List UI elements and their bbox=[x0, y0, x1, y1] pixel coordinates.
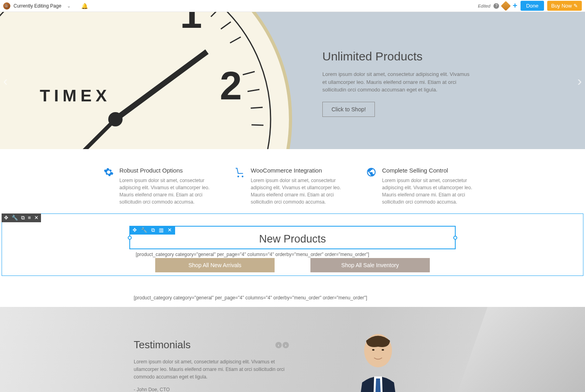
svg-point-23 bbox=[372, 349, 374, 351]
shop-buttons-row: Shop All New Arrivals Shop All Sale Inve… bbox=[2, 258, 583, 276]
new-products-heading: New Products bbox=[130, 227, 455, 248]
edit-icon: ✎ bbox=[573, 3, 578, 9]
move-icon[interactable]: ✥ bbox=[133, 227, 137, 233]
module-toolbar: ✥ 🔧 ⧉ ▥ ✕ bbox=[129, 226, 175, 235]
move-icon[interactable]: ✥ bbox=[4, 215, 8, 221]
shortcode-text: [product_category category="general" per… bbox=[0, 276, 585, 307]
testimonials-section: ‹ › Testimonials Lorem ipsum dolor sit a… bbox=[0, 307, 585, 392]
buy-now-button[interactable]: Buy Now ✎ bbox=[547, 1, 582, 11]
testimonial-prev-icon[interactable]: ‹ bbox=[275, 342, 282, 348]
copy-icon[interactable]: ⧉ bbox=[21, 215, 25, 221]
testimonials-title: Testimonials bbox=[134, 339, 289, 351]
svg-line-18 bbox=[252, 125, 263, 125]
theme-icon[interactable] bbox=[501, 1, 511, 11]
top-toolbar: 🦫 Currently Editing Page ⌄ 🔔 Edited ? + … bbox=[0, 0, 585, 12]
globe-icon bbox=[366, 167, 376, 177]
hero-cta-button[interactable]: Click to Shop! bbox=[322, 102, 375, 117]
editor-module-outline[interactable]: ✥ 🔧 ⧉ ▥ ✕ New Products bbox=[129, 226, 456, 249]
hero-clock-image: 12 1 2 3 TIMEX bbox=[0, 12, 294, 149]
carousel-prev-icon[interactable]: ‹ bbox=[3, 73, 8, 88]
feature-item: WooCommerce Integration Lorem ipsum dolo… bbox=[235, 167, 350, 206]
columns-icon[interactable]: ≡ bbox=[28, 215, 31, 221]
svg-point-21 bbox=[108, 112, 123, 126]
svg-text:1: 1 bbox=[180, 12, 202, 36]
plus-icon[interactable]: + bbox=[513, 1, 517, 10]
toolbar-right: Edited ? + Done Buy Now ✎ bbox=[478, 1, 582, 11]
beaver-icon[interactable]: 🦫 bbox=[3, 2, 10, 10]
chevron-down-icon[interactable]: ⌄ bbox=[64, 3, 73, 9]
copy-icon[interactable]: ⧉ bbox=[151, 227, 155, 233]
testimonials-text: Lorem ipsum dolor sit amet, consectetur … bbox=[134, 358, 289, 381]
svg-line-17 bbox=[251, 107, 263, 108]
edited-label: Edited bbox=[478, 4, 490, 8]
hero-title: Unlimited Products bbox=[322, 50, 470, 63]
editor-row-outline[interactable]: ✥ 🔧 ⧉ ≡ ✕ ✥ 🔧 ⧉ ▥ ✕ New Products [produc… bbox=[2, 213, 583, 276]
feature-item: Complete Selling Control Lorem ipsum dol… bbox=[366, 167, 482, 206]
testimonial-next-icon[interactable]: › bbox=[283, 342, 289, 348]
bell-icon[interactable]: 🔔 bbox=[78, 3, 91, 9]
feature-title: WooCommerce Integration bbox=[251, 167, 350, 174]
hero-content: Unlimited Products Lorem ipsum dolor sit… bbox=[322, 50, 470, 117]
shortcode-text: [product_category category="general" per… bbox=[2, 249, 583, 258]
page-title: Currently Editing Page bbox=[14, 3, 61, 9]
gear-icon bbox=[103, 167, 114, 177]
testimonial-nav: ‹ › bbox=[275, 342, 289, 348]
clock-brand: TIMEX bbox=[40, 86, 111, 105]
shop-new-arrivals-button[interactable]: Shop All New Arrivals bbox=[155, 258, 275, 272]
done-button[interactable]: Done bbox=[521, 1, 544, 11]
svg-point-0 bbox=[0, 12, 291, 149]
feature-text: Lorem ipsum dolor sit amet, consectetur … bbox=[251, 177, 350, 206]
cart-icon bbox=[235, 167, 245, 177]
wrench-icon[interactable]: 🔧 bbox=[12, 215, 18, 221]
help-icon[interactable]: ? bbox=[493, 3, 499, 9]
row-toolbar: ✥ 🔧 ⧉ ≡ ✕ bbox=[2, 213, 41, 222]
carousel-next-icon[interactable]: › bbox=[577, 73, 582, 88]
wrench-icon[interactable]: 🔧 bbox=[141, 227, 147, 233]
buy-now-label: Buy Now bbox=[551, 3, 572, 9]
feature-title: Complete Selling Control bbox=[382, 167, 482, 174]
person-image bbox=[338, 323, 418, 392]
feature-title: Robust Product Options bbox=[119, 167, 219, 174]
toolbar-left: 🦫 Currently Editing Page ⌄ 🔔 bbox=[3, 2, 91, 10]
svg-text:2: 2 bbox=[220, 63, 242, 108]
hero-text: Lorem ipsum dolor sit amet, consectetur … bbox=[322, 70, 470, 94]
feature-text: Lorem ipsum dolor sit amet, consectetur … bbox=[382, 177, 482, 206]
svg-point-24 bbox=[382, 349, 384, 351]
shop-sale-button[interactable]: Shop All Sale Inventory bbox=[310, 258, 430, 272]
resize-handle-right[interactable] bbox=[453, 236, 457, 240]
hero-section: 12 1 2 3 TIMEX Unlimited Products Lorem … bbox=[0, 12, 585, 149]
testimonials-author: - John Doe, CTO bbox=[134, 387, 289, 392]
feature-text: Lorem ipsum dolor sit amet, consectetur … bbox=[119, 177, 219, 206]
close-icon[interactable]: ✕ bbox=[168, 227, 172, 233]
columns-icon[interactable]: ▥ bbox=[159, 227, 164, 233]
resize-handle-left[interactable] bbox=[128, 236, 132, 240]
feature-item: Robust Product Options Lorem ipsum dolor… bbox=[103, 167, 219, 206]
testimonials-content: ‹ › Testimonials Lorem ipsum dolor sit a… bbox=[134, 339, 289, 392]
features-row: Robust Product Options Lorem ipsum dolor… bbox=[0, 149, 585, 213]
close-icon[interactable]: ✕ bbox=[34, 215, 39, 221]
